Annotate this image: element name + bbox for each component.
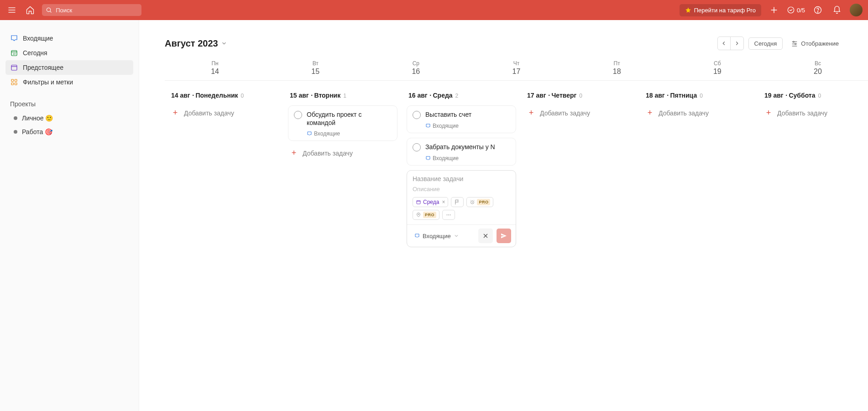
next-week-button[interactable]: [731, 37, 743, 50]
menu-toggle-button[interactable]: [5, 4, 18, 16]
sidebar-item-filters[interactable]: Фильтры и метки: [5, 75, 133, 89]
week-day[interactable]: Сб19: [667, 57, 768, 80]
day-column: 15 авг ‧ Вторник1 Обсудить проект с кома…: [283, 92, 402, 247]
task-card[interactable]: Выставить счет Входящие: [407, 105, 516, 133]
day-column: 14 авг ‧ Понедельник0+Добавить задачу: [165, 92, 283, 247]
week-day[interactable]: Вс20: [768, 57, 868, 80]
quick-add-description-input[interactable]: [413, 186, 510, 192]
prev-week-button[interactable]: [718, 37, 731, 50]
task-checkbox[interactable]: [413, 111, 421, 119]
add-task-button[interactable]: +Добавить задачу: [288, 146, 397, 161]
week-day-num: 19: [667, 68, 768, 76]
week-day-name: Пн: [165, 60, 265, 67]
month-picker[interactable]: Август 2023: [165, 38, 227, 49]
location-chip[interactable]: PRO: [413, 210, 439, 220]
topbar-left: [5, 4, 141, 16]
project-dot: [14, 116, 17, 120]
sidebar-item-today[interactable]: 10 Сегодня: [5, 46, 133, 60]
today-button[interactable]: Сегодня: [748, 37, 783, 50]
chevron-right-icon: [734, 40, 740, 47]
add-task-button[interactable]: +Добавить задачу: [525, 105, 635, 120]
view-button[interactable]: Отображение: [787, 37, 842, 49]
day-column: 18 авг ‧ Пятница0+Добавить задачу: [639, 92, 758, 247]
svg-point-22: [793, 41, 795, 42]
help-button[interactable]: [811, 4, 824, 16]
task-checkbox[interactable]: [413, 143, 421, 151]
quick-add-title-input[interactable]: [413, 175, 510, 182]
quick-add-footer: Входящие: [407, 224, 516, 247]
productivity-button[interactable]: 0/5: [787, 6, 805, 14]
task-title: Выставить счет: [425, 110, 471, 119]
view-label: Отображение: [801, 40, 839, 47]
quick-add-project-picker[interactable]: Входящие: [412, 231, 462, 241]
week-day[interactable]: Пт18: [567, 57, 667, 80]
svg-point-29: [418, 214, 419, 215]
search-input[interactable]: [56, 7, 138, 14]
week-day-name: Пт: [567, 60, 667, 67]
upcoming-icon: [10, 63, 18, 72]
day-column: 17 авг ‧ Четверг0+Добавить задачу: [521, 92, 639, 247]
inbox-icon: [10, 34, 18, 42]
column-date: 19 авг ‧ Суббота: [764, 92, 816, 99]
quick-add-submit-button[interactable]: [497, 229, 511, 243]
week-nav: [717, 36, 744, 50]
sidebar-item-upcoming[interactable]: Предстоящее: [5, 60, 133, 75]
avatar[interactable]: [850, 4, 863, 16]
location-icon: [416, 212, 421, 218]
task-project[interactable]: Входящие: [307, 130, 392, 137]
column-header: 17 авг ‧ Четверг0: [525, 92, 635, 99]
sidebar-item-label: Сегодня: [23, 49, 47, 57]
quick-add-button[interactable]: [768, 4, 780, 16]
week-day[interactable]: Вт15: [265, 57, 366, 80]
task-card[interactable]: Забрать документы у N Входящие: [407, 138, 516, 166]
sidebar: Входящие 10 Сегодня Предстоящее Фильтры …: [0, 20, 139, 411]
calendar-icon: [416, 199, 421, 205]
week-day[interactable]: Пн14: [165, 57, 265, 80]
date-chip[interactable]: Среда ×: [413, 197, 448, 207]
svg-rect-19: [11, 83, 14, 85]
home-button[interactable]: [24, 4, 37, 16]
column-header: 16 авг ‧ Среда2: [407, 92, 516, 99]
task-project[interactable]: Входящие: [425, 155, 510, 161]
date-chip-remove[interactable]: ×: [442, 199, 445, 205]
project-item-work[interactable]: Работа 🎯: [5, 125, 133, 139]
week-day[interactable]: Чт17: [466, 57, 566, 80]
svg-point-32: [450, 214, 451, 215]
sidebar-item-inbox[interactable]: Входящие: [5, 31, 133, 46]
project-item-personal[interactable]: Личное 🙂: [5, 111, 133, 125]
reminder-chip[interactable]: PRO: [466, 197, 493, 207]
add-task-button[interactable]: +Добавить задачу: [169, 105, 279, 120]
notifications-button[interactable]: [831, 4, 843, 16]
column-count: 1: [343, 93, 346, 99]
week-day-name: Сб: [667, 60, 768, 67]
more-chip[interactable]: [442, 210, 455, 220]
projects-header[interactable]: Проекты: [5, 97, 133, 111]
search-box[interactable]: [42, 4, 141, 16]
sidebar-item-label: Фильтры и метки: [23, 78, 73, 86]
add-task-button[interactable]: +Добавить задачу: [763, 105, 868, 120]
sidebar-item-label: Входящие: [23, 35, 53, 42]
svg-point-3: [47, 8, 50, 11]
pro-badge: PRO: [477, 199, 490, 205]
column-date: 17 авг ‧ Четверг: [527, 92, 576, 99]
priority-chip[interactable]: [451, 197, 464, 207]
quick-add-cancel-button[interactable]: [478, 229, 493, 243]
upgrade-button[interactable]: Перейти на тариф Pro: [680, 4, 761, 16]
dots-icon: [445, 212, 452, 218]
svg-point-30: [447, 214, 448, 215]
plus-icon: +: [764, 108, 773, 118]
week-day-num: 14: [165, 68, 265, 76]
week-day[interactable]: Ср16: [366, 57, 466, 80]
month-title-text: Август 2023: [165, 38, 218, 49]
task-checkbox[interactable]: [294, 111, 302, 119]
svg-rect-18: [15, 79, 17, 82]
task-card[interactable]: Обсудить проект с командой Входящие: [288, 105, 397, 141]
task-project[interactable]: Входящие: [425, 123, 510, 129]
quick-add-editor: Среда × PRO PRO: [407, 170, 516, 247]
home-icon: [26, 5, 35, 15]
main: Август 2023 Сегодня Отображение: [139, 20, 868, 411]
task-title: Обсудить проект с командой: [307, 110, 392, 127]
quick-add-chips: Среда × PRO PRO: [413, 197, 510, 220]
add-task-button[interactable]: +Добавить задачу: [644, 105, 753, 120]
column-count: 0: [579, 93, 582, 99]
